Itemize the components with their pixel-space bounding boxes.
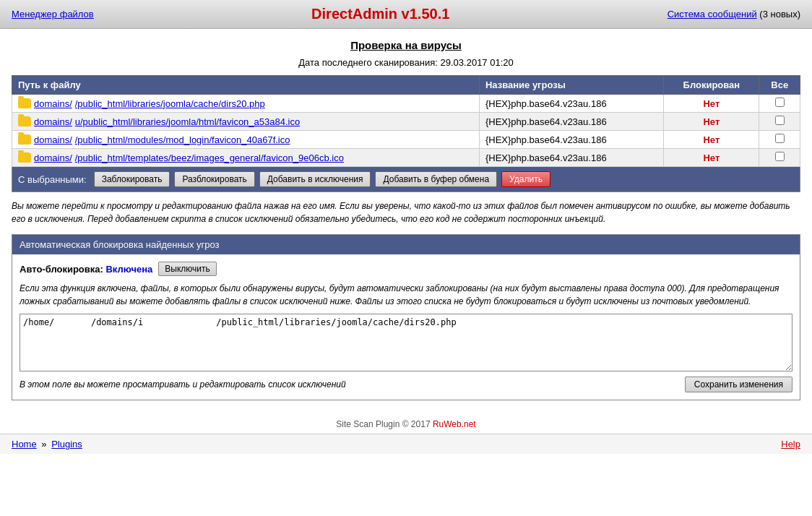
table-row: domains/ u/public_html/libraries/joomla/… <box>12 113 800 131</box>
row-checkbox[interactable] <box>775 152 785 161</box>
table-row: domains/ /public_html/templates/beez/ima… <box>12 149 800 167</box>
plugin-link[interactable]: RuWeb.net <box>433 419 476 429</box>
col-all: Все <box>759 76 800 95</box>
threat-cell: {HEX}php.base64.v23au.186 <box>479 131 663 149</box>
auto-block-content: Авто-блокировка: Включена Выключить Если… <box>12 254 800 400</box>
messages-area: Система сообщений (3 новых) <box>668 9 800 20</box>
page-title-section: Проверка на вирусы <box>0 29 812 54</box>
delete-button[interactable]: Удалить <box>501 171 550 187</box>
domain-link[interactable]: domains/ <box>34 134 72 145</box>
file-manager-link[interactable]: Менеджер файлов <box>12 9 94 20</box>
plugins-link[interactable]: Plugins <box>51 439 82 450</box>
file-link[interactable]: /public_html/templates/beez/images_gener… <box>75 152 344 163</box>
auto-block-label: Авто-блокировка: Включена <box>20 264 152 275</box>
table-row: domains/ /public_html/libraries/joomla/c… <box>12 95 800 113</box>
exclusion-textarea[interactable]: /home/ /domains/i /public_html/libraries… <box>20 314 792 371</box>
messages-count: (3 новых) <box>759 9 800 20</box>
auto-block-description: Если эта функция включена, файлы, в кото… <box>20 282 792 308</box>
checkbox-cell <box>759 149 800 167</box>
path-cell: domains/ u/public_html/libraries/joomla/… <box>12 113 480 131</box>
path-cell: domains/ /public_html/modules/mod_login/… <box>12 131 480 149</box>
page-title: Проверка на вирусы <box>0 39 812 51</box>
info-text: Вы можете перейти к просмотру и редактир… <box>12 199 800 225</box>
header: Менеджер файлов DirectAdmin v1.50.1 Сист… <box>0 0 812 29</box>
folder-icon <box>18 98 31 108</box>
checkbox-cell <box>759 95 800 113</box>
threats-table: Путь к файлу Название угрозы Блокирован … <box>12 75 800 167</box>
plugin-footer: Site Scan Plugin © 2017 RuWeb.net <box>0 409 812 434</box>
bottom-nav: Home » Plugins Help <box>0 434 812 454</box>
status-cell: Нет <box>664 95 759 113</box>
app-title: DirectAdmin v1.50.1 <box>311 6 449 22</box>
path-cell: domains/ /public_html/libraries/joomla/c… <box>12 95 480 113</box>
breadcrumb-separator: » <box>41 439 46 450</box>
threat-cell: {HEX}php.base64.v23au.186 <box>479 95 663 113</box>
exclusion-footer: В этом поле вы можете просматривать и ре… <box>20 377 792 392</box>
status-cell: Нет <box>664 113 759 131</box>
auto-block-status-line: Авто-блокировка: Включена Выключить <box>20 262 792 276</box>
auto-block-section: Автоматическая блокировка найденных угро… <box>12 234 800 400</box>
folder-icon <box>18 116 31 126</box>
messages-link[interactable]: Система сообщений <box>668 9 757 20</box>
path-cell: domains/ /public_html/templates/beez/ima… <box>12 149 480 167</box>
col-path: Путь к файлу <box>12 76 480 95</box>
table-row: domains/ /public_html/modules/mod_login/… <box>12 131 800 149</box>
plugin-text: Site Scan Plugin © 2017 <box>336 419 433 429</box>
domain-link[interactable]: domains/ <box>34 152 72 163</box>
disable-autoblock-button[interactable]: Выключить <box>158 262 216 276</box>
version-badge: v1.50.1 <box>402 6 450 22</box>
status-cell: Нет <box>664 131 759 149</box>
add-buffer-button[interactable]: Добавить в буфер обмена <box>375 171 497 187</box>
row-checkbox[interactable] <box>775 116 785 125</box>
action-bar: С выбранными: Заблокировать Разблокирова… <box>12 167 800 192</box>
action-bar-label: С выбранными: <box>18 174 87 185</box>
unblock-button[interactable]: Разблокировать <box>174 171 254 187</box>
breadcrumb: Home » Plugins <box>12 439 82 450</box>
help-link[interactable]: Help <box>781 439 800 450</box>
home-link[interactable]: Home <box>12 439 37 450</box>
status-cell: Нет <box>664 149 759 167</box>
folder-icon <box>18 134 31 145</box>
scan-date: Дата последнего сканирования: 29.03.2017… <box>0 54 812 75</box>
auto-block-header: Автоматическая блокировка найденных угро… <box>12 235 800 254</box>
folder-icon <box>18 152 31 163</box>
col-threat: Название угрозы <box>479 76 663 95</box>
checkbox-cell <box>759 113 800 131</box>
row-checkbox[interactable] <box>775 98 785 107</box>
row-checkbox[interactable] <box>775 134 785 143</box>
file-link[interactable]: /public_html/modules/mod_login/favicon_4… <box>75 134 290 145</box>
domain-link[interactable]: domains/ <box>34 116 72 127</box>
file-link[interactable]: u/public_html/libraries/joomla/html/favi… <box>75 116 300 127</box>
exclusion-hint: В этом поле вы можете просматривать и ре… <box>20 379 346 390</box>
domain-link[interactable]: domains/ <box>34 98 72 109</box>
checkbox-cell <box>759 131 800 149</box>
auto-block-on: Включена <box>105 264 152 275</box>
col-blocked: Блокирован <box>664 76 759 95</box>
file-link[interactable]: /public_html/libraries/joomla/cache/dirs… <box>75 98 265 109</box>
add-exclusion-button[interactable]: Добавить в исключения <box>259 171 371 187</box>
threat-cell: {HEX}php.base64.v23au.186 <box>479 113 663 131</box>
save-changes-button[interactable]: Сохранить изменения <box>685 377 792 392</box>
block-button[interactable]: Заблокировать <box>94 171 170 187</box>
threat-cell: {HEX}php.base64.v23au.186 <box>479 149 663 167</box>
